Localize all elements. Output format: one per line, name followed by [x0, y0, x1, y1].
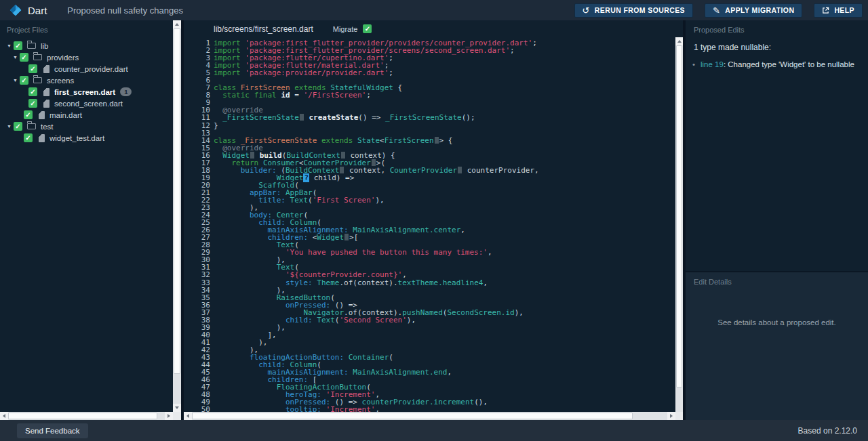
- code-line-11: 11 _FirstScreenState createState() => _F…: [184, 114, 675, 121]
- code-line-50: 50 tooltip: 'Increment',: [184, 406, 675, 412]
- edit-line-link[interactable]: line 19: [701, 60, 724, 68]
- code-line-12: 12}: [184, 122, 675, 129]
- scrollbar-thumb[interactable]: [8, 413, 157, 419]
- edit-item: line 19: Changed type 'Widget' to be nul…: [686, 60, 868, 68]
- scrollbar-thumb[interactable]: [676, 45, 682, 387]
- sidebar-item-providers[interactable]: ▼✓providers: [0, 51, 181, 63]
- file-checkbox[interactable]: ✓: [20, 53, 28, 62]
- help-button[interactable]: HELP: [814, 3, 863, 18]
- code-panel: lib/screens/first_screen.dart Migrate ✓ …: [184, 20, 683, 420]
- file-checkbox[interactable]: ✓: [14, 41, 22, 50]
- nullability-hint-marker[interactable]: [300, 114, 304, 121]
- rerun-icon: ↺: [583, 6, 590, 15]
- file-label: providers: [47, 54, 79, 62]
- sidebar-vertical-scrollbar[interactable]: [173, 20, 181, 412]
- rerun-from-sources-button[interactable]: ↺RERUN FROM SOURCES: [574, 3, 694, 18]
- code-text: import 'package:provider/provider.dart';: [210, 68, 393, 77]
- proposed-edits-list: line 19: Changed type 'Widget' to be nul…: [686, 60, 868, 68]
- expand-arrow-icon[interactable]: ▼: [13, 78, 20, 83]
- project-files-panel: Project Files ▼✓lib▼✓providers✓counter_p…: [0, 20, 181, 420]
- folder-icon: [27, 123, 36, 129]
- scrollbar-track[interactable]: [633, 412, 667, 420]
- file-icon: [43, 65, 50, 73]
- scroll-up-button[interactable]: [173, 20, 181, 28]
- code-text: tooltip: 'Increment',: [210, 405, 380, 412]
- file-tree: ▼✓lib▼✓providers✓counter_provider.dart▼✓…: [0, 40, 181, 144]
- file-checkbox[interactable]: ✓: [28, 99, 37, 108]
- file-label: counter_provider.dart: [54, 65, 128, 73]
- file-label: widget_test.dart: [50, 134, 104, 142]
- scrollbar-thumb[interactable]: [174, 28, 180, 374]
- nullability-hint-marker[interactable]: [340, 167, 344, 173]
- edit-description: : Changed type 'Widget' to be nullable: [724, 60, 854, 68]
- line-number: 32: [184, 271, 210, 278]
- nullability-hint-marker[interactable]: [344, 234, 349, 240]
- code-header: lib/screens/first_screen.dart Migrate ✓: [184, 20, 683, 37]
- sidebar-item-lib[interactable]: ▼✓lib: [0, 40, 181, 51]
- nullability-hint-marker[interactable]: [341, 152, 345, 159]
- button-label: RERUN FROM SOURCES: [595, 6, 685, 14]
- sidebar-item-first-screen-dart[interactable]: ✓first_screen.dart1: [0, 86, 181, 98]
- proposed-edits-header: Proposed Edits: [686, 20, 868, 34]
- sidebar-item-screens[interactable]: ▼✓screens: [0, 75, 181, 86]
- nullability-hint-marker[interactable]: [372, 159, 376, 166]
- scroll-up-button[interactable]: [675, 37, 683, 45]
- line-number: 13: [184, 129, 210, 137]
- file-checkbox[interactable]: ✓: [28, 64, 37, 73]
- file-label: second_screen.dart: [54, 100, 123, 108]
- scroll-left-button[interactable]: [184, 412, 192, 420]
- code-text: _FirstScreenState createState() => _Firs…: [210, 113, 475, 122]
- file-icon: [39, 111, 45, 119]
- file-checkbox[interactable]: ✓: [14, 122, 22, 131]
- edit-details-header: Edit Details: [686, 272, 868, 286]
- file-checkbox[interactable]: ✓: [24, 133, 33, 142]
- file-checkbox[interactable]: ✓: [28, 87, 37, 96]
- code-lines: 1import 'package:first_flutter_provider/…: [184, 37, 675, 412]
- file-label: screens: [47, 77, 74, 85]
- footer-bar: Send Feedback Based on 2.12.0: [0, 420, 868, 441]
- scrollbar-thumb[interactable]: [192, 413, 633, 419]
- expand-arrow-icon[interactable]: ▼: [7, 124, 14, 129]
- scroll-down-button[interactable]: [173, 404, 181, 412]
- file-label: main.dart: [50, 111, 82, 119]
- edit-details-section: Edit Details See details about a propose…: [686, 271, 868, 420]
- dart-logo-icon: [9, 4, 22, 16]
- line-number: 50: [184, 406, 210, 412]
- nullability-hint-marker[interactable]: [250, 152, 254, 159]
- file-checkbox[interactable]: ✓: [20, 76, 28, 85]
- topbar-actions: ↺RERUN FROM SOURCES✎APPLY MIGRATIONHELP: [563, 3, 863, 18]
- line-number: 12: [184, 122, 210, 129]
- sidebar-item-counter-provider-dart[interactable]: ✓counter_provider.dart: [0, 63, 181, 75]
- line-number: 35: [184, 294, 210, 301]
- nullability-hint-marker[interactable]: [458, 167, 462, 173]
- scrollbar-corner: [173, 412, 181, 420]
- button-label: HELP: [834, 6, 854, 14]
- button-label: APPLY MIGRATION: [725, 6, 794, 14]
- migrate-label: Migrate: [333, 25, 358, 33]
- code-vertical-scrollbar[interactable]: [675, 37, 683, 412]
- file-icon: [39, 134, 45, 142]
- sidebar-item-second-screen-dart[interactable]: ✓second_screen.dart: [0, 98, 181, 109]
- file-icon: [43, 88, 50, 96]
- line-number: 11: [184, 114, 210, 121]
- expand-arrow-icon[interactable]: ▼: [7, 43, 14, 48]
- file-label: lib: [41, 42, 49, 50]
- nullability-hint-marker[interactable]: [435, 137, 439, 144]
- sidebar-item-widget-test-dart[interactable]: ✓widget_test.dart: [0, 132, 181, 144]
- migrate-checkbox[interactable]: ✓: [363, 24, 372, 33]
- sidebar-item-test[interactable]: ▼✓test: [0, 121, 181, 132]
- scroll-right-button[interactable]: [667, 412, 675, 420]
- send-feedback-button[interactable]: Send Feedback: [17, 423, 88, 438]
- scrollbar-track[interactable]: [157, 412, 165, 420]
- scroll-right-button[interactable]: [165, 412, 173, 420]
- added-question-mark[interactable]: ?: [303, 173, 309, 182]
- apply-migration-button[interactable]: ✎APPLY MIGRATION: [705, 3, 802, 18]
- file-checkbox[interactable]: ✓: [24, 110, 33, 119]
- code-horizontal-scrollbar[interactable]: [184, 412, 675, 420]
- folder-icon: [33, 77, 42, 83]
- sidebar-item-main-dart[interactable]: ✓main.dart: [0, 109, 181, 121]
- scroll-left-button[interactable]: [0, 412, 8, 420]
- expand-arrow-icon[interactable]: ▼: [13, 55, 20, 60]
- file-path: lib/screens/first_screen.dart: [214, 24, 313, 34]
- sidebar-horizontal-scrollbar[interactable]: [0, 412, 173, 420]
